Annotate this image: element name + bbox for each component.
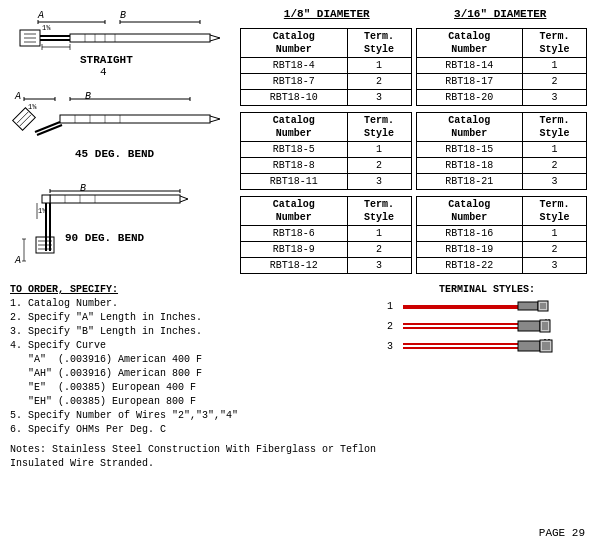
table-row: RBT18-41 bbox=[241, 58, 412, 74]
diagrams-area: A B bbox=[10, 8, 240, 276]
term-style-2: 2 bbox=[387, 319, 587, 333]
term-num-1: 1 bbox=[387, 301, 399, 312]
term-style-cell: 2 bbox=[347, 74, 411, 90]
order-item: 5. Specify Number of Wires "2","3","4" bbox=[10, 409, 377, 423]
catalog-number-cell: RBT18-8 bbox=[241, 158, 348, 174]
term-style-cell: 1 bbox=[523, 142, 587, 158]
svg-text:STRAIGHT: STRAIGHT bbox=[80, 54, 133, 66]
col-catalog-header: CatalogNumber bbox=[241, 29, 348, 58]
svg-text:B: B bbox=[80, 183, 86, 194]
straight-diagram: A B bbox=[10, 8, 240, 83]
catalog-number-cell: RBT18-21 bbox=[416, 174, 523, 190]
90deg-tables-row: CatalogNumber Term.Style RBT18-61RBT18-9… bbox=[240, 196, 587, 274]
catalog-number-cell: RBT18-6 bbox=[241, 226, 348, 242]
term-style-cell: 3 bbox=[523, 174, 587, 190]
catalog-number-cell: RBT18-18 bbox=[416, 158, 523, 174]
svg-line-38 bbox=[20, 115, 31, 126]
table-row: RBT18-123 bbox=[241, 258, 412, 274]
term-style-cell: 2 bbox=[347, 242, 411, 258]
term-style-cell: 2 bbox=[347, 158, 411, 174]
order-item: "EH" (.00385) European 800 F bbox=[10, 395, 377, 409]
table-row: RBT18-51 bbox=[241, 142, 412, 158]
term-style-1-icon bbox=[403, 299, 553, 313]
table-row: RBT18-113 bbox=[241, 174, 412, 190]
svg-rect-18 bbox=[70, 34, 210, 42]
svg-text:1⅝: 1⅝ bbox=[42, 24, 51, 32]
45deg-tables-row: CatalogNumber Term.Style RBT18-51RBT18-8… bbox=[240, 112, 587, 190]
table-row: RBT18-161 bbox=[416, 226, 587, 242]
svg-text:A: A bbox=[14, 91, 21, 102]
order-item: "E" (.00385) European 400 F bbox=[10, 381, 377, 395]
term-style-1: 1 bbox=[387, 299, 587, 313]
term-num-2: 2 bbox=[387, 321, 399, 332]
catalog-number-cell: RBT18-5 bbox=[241, 142, 348, 158]
term-style-3: 3 bbox=[387, 339, 587, 353]
table-row: RBT18-203 bbox=[416, 90, 587, 106]
term-style-cell: 3 bbox=[523, 90, 587, 106]
catalog-number-cell: RBT18-15 bbox=[416, 142, 523, 158]
svg-text:A: A bbox=[37, 10, 44, 21]
90deg-d1-table: CatalogNumber Term.Style RBT18-61RBT18-9… bbox=[240, 196, 412, 274]
45deg-diagram: A 1⅝ B bbox=[10, 87, 240, 177]
notes-section: Notes: Stainless Steel Construction With… bbox=[10, 443, 587, 471]
svg-rect-87 bbox=[518, 341, 540, 351]
catalog-number-cell: RBT18-11 bbox=[241, 174, 348, 190]
svg-text:B: B bbox=[120, 10, 126, 21]
svg-rect-80 bbox=[518, 321, 540, 331]
term-style-2-icon bbox=[403, 319, 553, 333]
table-row: RBT18-223 bbox=[416, 258, 587, 274]
table-row: RBT18-192 bbox=[416, 242, 587, 258]
term-style-3-icon bbox=[403, 339, 553, 353]
svg-rect-41 bbox=[60, 115, 210, 123]
term-style-cell: 3 bbox=[523, 258, 587, 274]
svg-line-57 bbox=[180, 196, 188, 199]
svg-text:B: B bbox=[85, 91, 91, 102]
order-title: TO ORDER, SPECIFY: bbox=[10, 284, 377, 295]
svg-text:A: A bbox=[14, 255, 21, 266]
term-style-cell: 2 bbox=[523, 74, 587, 90]
svg-text:4: 4 bbox=[100, 66, 107, 78]
diam2-header: 3/16" DIAMETER bbox=[414, 8, 588, 22]
terminal-styles: TERMINAL STYLES: 1 2 bbox=[387, 284, 587, 437]
svg-line-46 bbox=[210, 116, 220, 119]
order-item: 3. Specify "B" Length in Inches. bbox=[10, 325, 377, 339]
straight-tables-row: CatalogNumber Term.Style RBT18-41RBT18-7… bbox=[240, 28, 587, 106]
diam1-header: 1/8" DIAMETER bbox=[240, 8, 414, 22]
col-catalog-header: CatalogNumber bbox=[416, 29, 523, 58]
term-style-cell: 1 bbox=[347, 142, 411, 158]
order-items: 1. Catalog Number.2. Specify "A" Length … bbox=[10, 297, 377, 437]
term-style-cell: 3 bbox=[347, 174, 411, 190]
catalog-number-cell: RBT18-14 bbox=[416, 58, 523, 74]
svg-rect-53 bbox=[50, 195, 180, 203]
catalog-number-cell: RBT18-17 bbox=[416, 74, 523, 90]
term-style-cell: 1 bbox=[347, 58, 411, 74]
svg-line-58 bbox=[180, 199, 188, 202]
col-term-header: Term.Style bbox=[347, 29, 411, 58]
45deg-d1-table: CatalogNumber Term.Style RBT18-51RBT18-8… bbox=[240, 112, 412, 190]
order-item: 6. Specify OHMs Per Deg. C bbox=[10, 423, 377, 437]
tables-area: 1/8" DIAMETER 3/16" DIAMETER CatalogNumb… bbox=[240, 8, 587, 276]
table-row: RBT18-213 bbox=[416, 174, 587, 190]
table-row: RBT18-61 bbox=[241, 226, 412, 242]
catalog-number-cell: RBT18-7 bbox=[241, 74, 348, 90]
term-style-cell: 3 bbox=[347, 258, 411, 274]
svg-text:90 DEG. BEND: 90 DEG. BEND bbox=[65, 232, 145, 244]
term-style-cell: 1 bbox=[523, 226, 587, 242]
svg-line-37 bbox=[17, 112, 28, 123]
svg-rect-77 bbox=[540, 303, 546, 309]
catalog-number-cell: RBT18-16 bbox=[416, 226, 523, 242]
90deg-d2-table: CatalogNumber Term.Style RBT18-161RBT18-… bbox=[416, 196, 588, 274]
svg-rect-36 bbox=[13, 108, 36, 131]
notes-line1: Notes: Stainless Steel Construction With… bbox=[10, 443, 587, 457]
svg-rect-59 bbox=[42, 195, 50, 203]
table-row: RBT18-103 bbox=[241, 90, 412, 106]
table-row: RBT18-82 bbox=[241, 158, 412, 174]
catalog-number-cell: RBT18-4 bbox=[241, 58, 348, 74]
svg-text:1⅝: 1⅝ bbox=[38, 207, 47, 215]
straight-d1-table: CatalogNumber Term.Style RBT18-41RBT18-7… bbox=[240, 28, 412, 106]
svg-text:1⅝: 1⅝ bbox=[28, 103, 37, 111]
catalog-number-cell: RBT18-10 bbox=[241, 90, 348, 106]
table-row: RBT18-172 bbox=[416, 74, 587, 90]
table-row: RBT18-72 bbox=[241, 74, 412, 90]
svg-line-24 bbox=[210, 38, 220, 41]
